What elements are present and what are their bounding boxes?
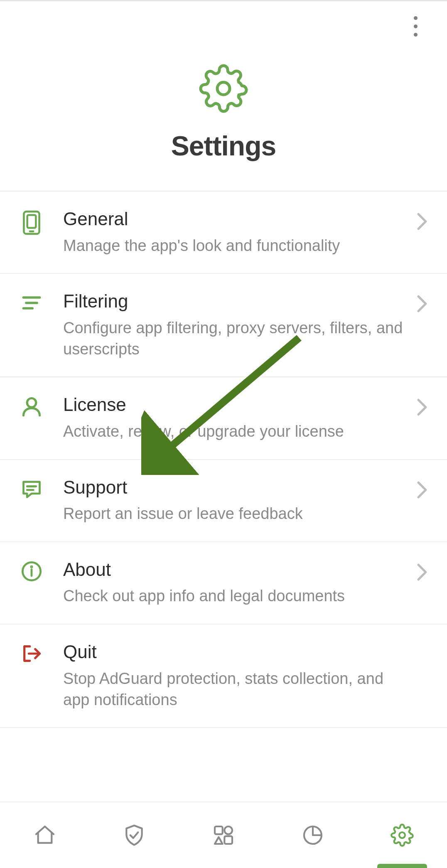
item-subtitle: Check out app info and legal documents <box>63 585 405 607</box>
item-subtitle: Report an issue or leave feedback <box>63 503 405 524</box>
gear-icon <box>199 64 248 113</box>
chevron-right-icon <box>416 295 428 313</box>
svg-rect-2 <box>27 215 36 228</box>
settings-item-filtering[interactable]: Filtering Configure app filtering, proxy… <box>0 274 447 377</box>
kebab-dot-icon <box>414 33 418 37</box>
settings-item-general[interactable]: General Manage the app's look and functi… <box>0 191 447 274</box>
chevron-right-icon <box>416 563 428 581</box>
bottom-nav <box>0 802 447 868</box>
svg-point-15 <box>224 826 232 834</box>
item-title: About <box>63 559 405 581</box>
nav-protection[interactable] <box>89 802 179 868</box>
nav-home[interactable] <box>0 802 89 868</box>
item-title: Quit <box>63 641 405 663</box>
phone-icon <box>21 210 42 236</box>
page-header: Settings <box>0 51 447 191</box>
svg-point-7 <box>27 398 36 408</box>
pie-chart-icon <box>301 824 324 847</box>
chat-icon <box>21 478 42 500</box>
settings-item-quit[interactable]: Quit Stop AdGuard protection, stats coll… <box>0 625 447 728</box>
nav-stats[interactable] <box>268 802 358 868</box>
item-subtitle: Stop AdGuard protection, stats collectio… <box>63 668 405 711</box>
svg-point-12 <box>31 566 32 567</box>
item-title: License <box>63 394 405 416</box>
item-title: General <box>63 208 405 230</box>
settings-item-support[interactable]: Support Report an issue or leave feedbac… <box>0 460 447 542</box>
svg-rect-14 <box>215 826 223 834</box>
item-title: Filtering <box>63 290 405 312</box>
item-title: Support <box>63 477 405 499</box>
exit-icon <box>21 643 42 664</box>
home-icon <box>33 824 56 847</box>
chevron-right-icon <box>416 212 428 231</box>
overflow-menu-button[interactable] <box>404 15 427 38</box>
item-subtitle: Manage the app's look and functionality <box>63 235 405 256</box>
filter-icon <box>21 292 42 314</box>
settings-item-about[interactable]: About Check out app info and legal docum… <box>0 542 447 625</box>
kebab-dot-icon <box>414 25 418 28</box>
info-icon <box>21 561 42 582</box>
item-subtitle: Configure app filtering, proxy servers, … <box>63 317 405 360</box>
shield-icon <box>123 824 146 847</box>
settings-item-license[interactable]: License Activate, renew, or upgrade your… <box>0 377 447 460</box>
page-title: Settings <box>171 130 276 162</box>
nav-settings[interactable] <box>358 802 447 868</box>
svg-point-0 <box>217 82 230 95</box>
apps-icon <box>212 824 235 847</box>
item-subtitle: Activate, renew, or upgrade your license <box>63 421 405 442</box>
gear-icon <box>391 824 414 847</box>
chevron-right-icon <box>416 398 428 416</box>
svg-rect-16 <box>224 836 232 844</box>
kebab-dot-icon <box>414 16 418 20</box>
nav-apps[interactable] <box>179 802 268 868</box>
svg-point-18 <box>399 832 405 838</box>
user-icon <box>21 396 42 417</box>
chevron-right-icon <box>416 481 428 499</box>
